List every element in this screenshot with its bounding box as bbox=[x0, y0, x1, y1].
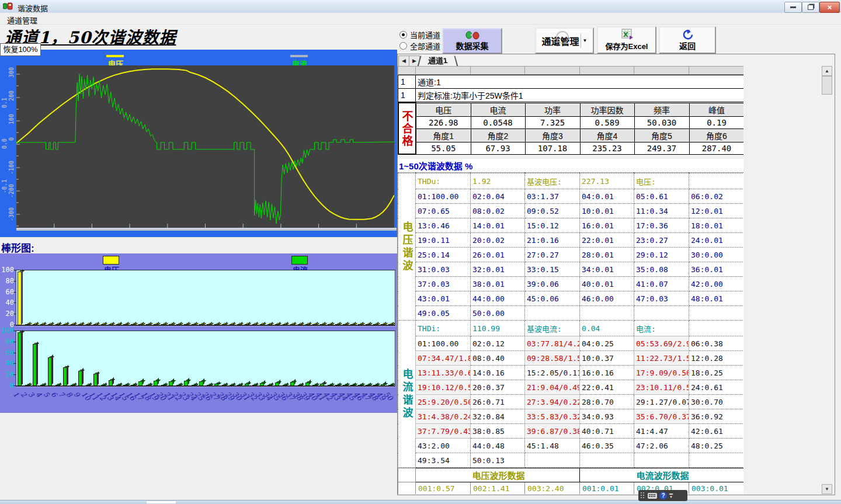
radio-all-channels[interactable] bbox=[399, 42, 407, 50]
current-harmonic-cell: 44:0.48 bbox=[471, 439, 525, 453]
minimize-button[interactable] bbox=[784, 2, 802, 13]
ime-toolbar[interactable]: ? ▬▼ bbox=[638, 490, 687, 501]
angle-header-cell: 角度6 bbox=[689, 128, 743, 142]
current-harmonic-cell bbox=[525, 453, 580, 468]
help-icon[interactable]: ? bbox=[659, 492, 667, 499]
current-harmonic-cell: 04:0.25 bbox=[580, 336, 634, 351]
voltage-harmonic-cell: 14:0.01 bbox=[471, 218, 525, 233]
voltage-harmonic-cell: 41:0.07 bbox=[634, 277, 689, 291]
voltage-harmonic-cell: 29:0.12 bbox=[634, 248, 689, 262]
voltage-harmonic-cell: 37:0.03 bbox=[416, 277, 471, 291]
measure-header-cell: 功率因数 bbox=[580, 103, 634, 116]
current-harmonic-cell: 05:53.69/2.93 bbox=[634, 336, 689, 351]
current-harmonic-cell: 36:0.92 bbox=[689, 409, 744, 424]
current-harmonic-cell: 39:6.87/0.38 bbox=[525, 424, 580, 439]
radio-all-channels-row[interactable]: 全部通道 bbox=[399, 40, 440, 51]
voltage-harmonic-cell: 26:0.01 bbox=[471, 248, 525, 262]
current-harmonic-cell: 32:0.84 bbox=[471, 409, 525, 424]
restore-100-button[interactable]: 恢复100% bbox=[0, 43, 41, 56]
voltage-axis-label: 0 bbox=[8, 137, 15, 141]
current-harmonic-cell: 11:22.73/1.56 bbox=[634, 351, 689, 366]
current-harmonic-cell: 49:3.54 bbox=[416, 453, 471, 468]
angle-header-cell: 角度5 bbox=[634, 128, 689, 142]
bar-ytick-mark bbox=[13, 292, 16, 293]
column-header-cell bbox=[525, 67, 580, 75]
voltage-harmonic-cell: 10:0.01 bbox=[580, 204, 634, 218]
voltage-harmonic-row: 49:0.0550:0.00 bbox=[398, 306, 744, 321]
bar-ytick-label: 100 bbox=[0, 266, 14, 274]
bar-side-face bbox=[21, 330, 23, 385]
voltage-harmonic-cell: 17:0.36 bbox=[634, 218, 689, 233]
voltage-harmonic-cell: 01:100.00 bbox=[416, 189, 471, 204]
scroll-up-button[interactable]: ▲ bbox=[822, 66, 832, 76]
taskbar-strip bbox=[0, 500, 841, 504]
back-button[interactable]: 返回 bbox=[659, 26, 716, 54]
bar-side-face bbox=[218, 381, 220, 385]
voltage-harmonic-cell: 16:0.01 bbox=[580, 218, 634, 233]
voltage-legend-mark bbox=[106, 55, 124, 57]
save-excel-button[interactable]: X 保存为Excel bbox=[597, 26, 656, 54]
current-axis-label: -0.1 bbox=[1, 179, 8, 193]
ime-more-icon[interactable]: ▬▼ bbox=[669, 492, 673, 499]
current-harmonic-cell: 14:0.16 bbox=[471, 366, 525, 380]
current-harmonic-cell: 08:0.40 bbox=[471, 351, 525, 366]
current-harmonics-side-label: 电流谐波 bbox=[398, 321, 416, 468]
report-table-area: 1通道:11判定标准:功率小于25W条件1不合格电压电流功率功率因数频率峰值22… bbox=[398, 66, 743, 494]
scrollbar-thumb[interactable] bbox=[822, 76, 832, 95]
angle-header-cell: 角度1 bbox=[416, 128, 471, 142]
taskbar-button[interactable] bbox=[146, 500, 176, 504]
current-harmonic-cell: 50:0.13 bbox=[471, 453, 525, 468]
ime-drag-handle[interactable] bbox=[641, 492, 645, 499]
bar-xaxis-label: 9 bbox=[72, 390, 81, 399]
wave-table-header-row: 电压波形数据电流波形数据 bbox=[398, 468, 744, 482]
thdu-cell: THDu: bbox=[416, 173, 471, 189]
voltage-harmonic-cell: 07:0.65 bbox=[416, 204, 471, 218]
voltage-harmonic-cell: 30:0.00 bbox=[689, 248, 744, 262]
current-harmonic-cell: 01:100.00 bbox=[416, 336, 471, 351]
restore-button[interactable] bbox=[802, 2, 819, 13]
keyboard-icon[interactable] bbox=[648, 493, 657, 499]
angle-value-cell: 287.40 bbox=[689, 142, 743, 154]
bar-side-face bbox=[82, 368, 84, 385]
waveform-plot bbox=[16, 65, 394, 228]
voltage-harmonic-cell: 05:0.61 bbox=[634, 189, 689, 204]
current-harmonic-cell: 29:1.27/0.07 bbox=[634, 395, 689, 409]
vertical-scrollbar[interactable]: ▲ ▼ bbox=[822, 66, 832, 494]
close-button[interactable]: × bbox=[819, 2, 840, 13]
current-harmonic-cell: 18:0.25 bbox=[689, 366, 744, 380]
current-harmonic-cell: 13:11.33/0.62 bbox=[416, 366, 471, 380]
data-collect-button[interactable]: 数据采集 bbox=[442, 28, 502, 54]
wave-data-row: 001:0.57002:1.41003:2.40001:0.01002:0.01… bbox=[398, 482, 744, 495]
channel-manage-dropdown-arrow[interactable]: ▼ bbox=[581, 34, 588, 48]
angle-header-row: 角度1角度2角度3角度4角度5角度6 bbox=[398, 128, 743, 142]
current-harmonic-cell: 47:2.06 bbox=[634, 439, 689, 453]
scroll-down-button[interactable]: ▼ bbox=[822, 484, 832, 494]
voltage-harmonic-cell: 40:0.01 bbox=[580, 277, 634, 291]
restore-icon bbox=[808, 5, 814, 10]
measure-value-cell: 0.589 bbox=[580, 116, 634, 128]
angle-header-cell: 角度4 bbox=[580, 128, 634, 142]
bar-side-face bbox=[294, 379, 296, 385]
thdu-row: 电压谐波THDu:1.92基波电压:227.13电压: bbox=[398, 173, 744, 189]
channel-manage-button[interactable]: 通道管理 ▼ bbox=[535, 27, 594, 54]
voltage-harmonic-cell: 46:0.00 bbox=[580, 291, 634, 306]
voltage-axis-label: 300 bbox=[8, 67, 15, 78]
voltage-axis-label: 200 bbox=[8, 91, 15, 101]
thdi-cell: THDi: bbox=[416, 321, 471, 336]
voltage-harmonic-cell: 23:0.27 bbox=[634, 233, 689, 248]
current-harmonic-cell: 38:0.85 bbox=[471, 424, 525, 439]
radio-current-channel-row[interactable]: 当前通道 bbox=[399, 29, 440, 40]
measure-header-cell: 功率 bbox=[525, 103, 580, 116]
tab-scroll-left-button[interactable]: ◀ bbox=[398, 55, 409, 67]
waveform-axis-floor bbox=[16, 228, 397, 231]
voltage-harmonic-cell: 33:0.15 bbox=[525, 262, 580, 277]
bar-side-face bbox=[97, 371, 99, 385]
bar-xaxis-label: 8 bbox=[64, 390, 74, 399]
bar-ytick-label: 100 bbox=[0, 326, 14, 335]
current-harmonic-cell: 26:0.71 bbox=[471, 395, 525, 409]
waveform-svg bbox=[16, 65, 394, 228]
thdu-cell: 电压: bbox=[634, 173, 689, 189]
save-excel-label: 保存为Excel bbox=[606, 40, 648, 51]
bar-side-face bbox=[263, 380, 265, 385]
radio-current-channel[interactable] bbox=[399, 31, 407, 39]
